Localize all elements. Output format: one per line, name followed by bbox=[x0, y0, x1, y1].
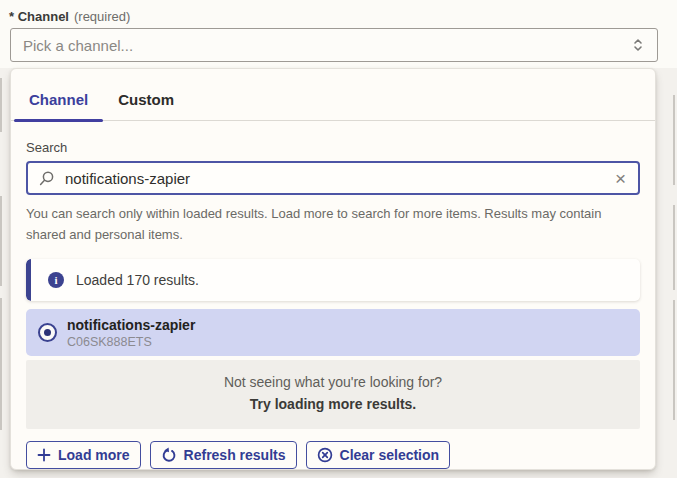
radio-dot bbox=[44, 329, 51, 336]
channel-field-label: * Channel (required) bbox=[9, 9, 130, 24]
search-input[interactable] bbox=[63, 169, 613, 188]
background-edge-line bbox=[0, 78, 2, 132]
required-note: (required) bbox=[74, 9, 130, 24]
clear-search-icon[interactable]: × bbox=[613, 169, 628, 188]
chevron-up-down-icon bbox=[631, 37, 645, 53]
refresh-results-label: Refresh results bbox=[184, 446, 286, 464]
tab-custom[interactable]: Custom bbox=[103, 84, 189, 120]
background-edge-line bbox=[673, 205, 675, 290]
background-edge-line bbox=[0, 298, 2, 430]
load-more-label: Load more bbox=[58, 446, 130, 464]
search-label: Search bbox=[26, 140, 640, 155]
background-edge-line bbox=[673, 95, 675, 185]
alert-text: Loaded 170 results. bbox=[76, 272, 199, 288]
channel-dropdown-panel: Channel Custom Search × You can search o… bbox=[10, 68, 656, 470]
radio-selected-icon[interactable] bbox=[38, 323, 57, 342]
load-more-button[interactable]: Load more bbox=[26, 441, 141, 469]
background-edge-line bbox=[673, 300, 675, 420]
search-helper-text: You can search only within loaded result… bbox=[26, 204, 640, 246]
dropdown-tabs: Channel Custom bbox=[11, 69, 655, 121]
clear-selection-label: Clear selection bbox=[340, 446, 440, 464]
dropdown-actions: Load more Refresh results Clear selectio… bbox=[26, 441, 640, 469]
circle-x-icon bbox=[317, 447, 333, 463]
refresh-icon bbox=[161, 447, 177, 463]
info-icon: i bbox=[48, 272, 64, 288]
result-item-notifications-zapier[interactable]: notifications-zapier C06SK888ETS bbox=[26, 309, 640, 356]
channel-field-section: * Channel (required) Pick a channel... bbox=[0, 0, 677, 68]
not-seeing-hint: Not seeing what you're looking for? Try … bbox=[26, 360, 640, 429]
refresh-results-button[interactable]: Refresh results bbox=[150, 441, 297, 469]
required-marker: * Channel bbox=[9, 9, 69, 24]
loaded-results-alert: i Loaded 170 results. bbox=[26, 259, 640, 301]
tab-channel[interactable]: Channel bbox=[14, 84, 103, 120]
channel-select[interactable]: Pick a channel... bbox=[10, 28, 658, 62]
result-texts: notifications-zapier C06SK888ETS bbox=[67, 316, 195, 349]
dropdown-body: Search × You can search only within load… bbox=[11, 140, 655, 469]
field-label-text: Channel bbox=[18, 9, 69, 24]
plus-icon bbox=[37, 448, 51, 462]
search-box: × bbox=[26, 161, 640, 195]
hint-question: Not seeing what you're looking for? bbox=[36, 374, 630, 390]
alert-content: i Loaded 170 results. bbox=[31, 259, 211, 301]
background-edge-line bbox=[0, 196, 2, 286]
select-placeholder: Pick a channel... bbox=[23, 37, 631, 54]
result-id: C06SK888ETS bbox=[67, 335, 195, 349]
clear-selection-button[interactable]: Clear selection bbox=[306, 441, 451, 469]
result-name: notifications-zapier bbox=[67, 316, 195, 334]
hint-suggestion: Try loading more results. bbox=[36, 396, 630, 412]
search-icon bbox=[38, 170, 55, 187]
